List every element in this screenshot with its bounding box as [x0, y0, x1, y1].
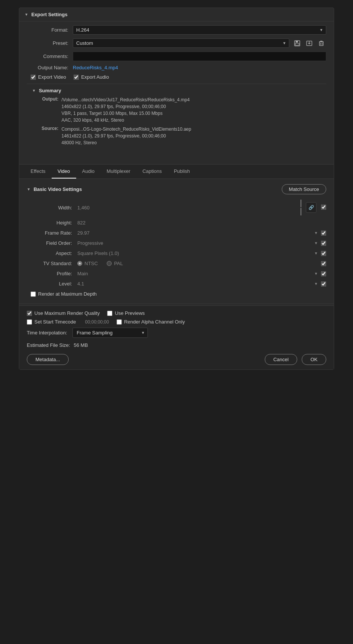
- time-interpolation-select-wrapper[interactable]: Frame Sampling Frame Blending Optical Fl…: [72, 328, 148, 338]
- tab-publish[interactable]: Publish: [168, 165, 196, 179]
- summary-output-row: Output: /Volume...otech/Video/Jul17_Redu…: [32, 96, 321, 124]
- tab-captions[interactable]: Captions: [137, 165, 168, 179]
- format-select[interactable]: H.264: [73, 25, 326, 35]
- field-order-checkbox[interactable]: [321, 241, 326, 246]
- aspect-select[interactable]: Square Pixels (1.0) ▼: [77, 250, 318, 256]
- summary-output-label: Output:: [32, 96, 58, 124]
- field-order-select[interactable]: Progressive ▼: [77, 240, 318, 246]
- export-settings-header[interactable]: ▼ Export Settings: [19, 8, 334, 21]
- tv-standard-row: TV Standard: NTSC PAL: [27, 261, 326, 266]
- field-order-label: Field Order:: [27, 240, 72, 246]
- pal-radio-dot: [107, 261, 112, 266]
- summary-section: ▼ Summary Output: /Volume...otech/Video/…: [27, 84, 326, 152]
- tab-effects[interactable]: Effects: [25, 165, 52, 179]
- width-label: Width:: [27, 205, 72, 211]
- output-name-label: Output Name:: [27, 65, 68, 70]
- aspect-checkbox[interactable]: [321, 251, 326, 256]
- tab-video[interactable]: Video: [52, 165, 76, 179]
- video-settings-section: ▼ Basic Video Settings Match Source Widt…: [19, 179, 334, 302]
- ntsc-radio-dot: [77, 261, 82, 266]
- tab-audio[interactable]: Audio: [76, 165, 101, 179]
- preset-select-wrapper[interactable]: Custom ▼: [73, 38, 289, 48]
- render-alpha-channel-only-label[interactable]: Render Alpha Channel Only: [117, 319, 185, 325]
- tv-standard-checkbox[interactable]: [321, 261, 326, 266]
- pal-radio[interactable]: PAL: [107, 261, 123, 266]
- summary-source-value: Composi...OS-Logo-Sinotech_ReduceRisks_V…: [61, 126, 191, 146]
- level-select[interactable]: 4.1 ▼: [77, 281, 318, 287]
- set-start-timecode-label[interactable]: Set Start Timecode: [27, 319, 76, 325]
- comments-label: Comments:: [27, 53, 68, 59]
- footer-buttons: Metadata... Cancel OK: [27, 354, 326, 365]
- field-order-row: Field Order: Progressive ▼: [27, 240, 326, 246]
- summary-source-label: Source:: [32, 126, 58, 146]
- set-start-timecode-checkbox[interactable]: [27, 319, 32, 325]
- metadata-button[interactable]: Metadata...: [27, 354, 69, 365]
- tv-radio-group: NTSC PAL: [77, 261, 318, 266]
- render-max-depth-checkbox[interactable]: [31, 291, 36, 297]
- export-checkboxes-row: Export Video Export Audio: [27, 74, 326, 80]
- match-source-button[interactable]: Match Source: [282, 184, 326, 194]
- tv-standard-label: TV Standard:: [27, 261, 72, 266]
- bottom-row-2: Set Start Timecode 00;00;00;00 Render Al…: [27, 319, 326, 325]
- bottom-bar: Use Maximum Render Quality Use Previews …: [19, 305, 334, 369]
- preset-row: Preset: Custom ▼: [27, 38, 326, 48]
- preset-select[interactable]: Custom: [73, 38, 289, 48]
- level-arrow: ▼: [314, 282, 318, 286]
- summary-header[interactable]: ▼ Summary: [32, 88, 321, 93]
- export-video-checkbox-label[interactable]: Export Video: [31, 74, 66, 80]
- frame-rate-select[interactable]: 29.97 ▼: [77, 230, 318, 236]
- use-max-render-quality-label[interactable]: Use Maximum Render Quality: [27, 310, 100, 316]
- profile-label: Profile:: [27, 271, 72, 276]
- export-audio-checkbox-label[interactable]: Export Audio: [74, 74, 109, 80]
- frame-rate-checkbox[interactable]: [321, 230, 326, 236]
- time-interpolation-select[interactable]: Frame Sampling Frame Blending Optical Fl…: [72, 328, 148, 338]
- preset-icons: [292, 39, 326, 47]
- output-name-link[interactable]: ReduceRisks_4.mp4: [73, 65, 118, 70]
- svg-rect-2: [295, 43, 299, 45]
- use-previews-checkbox[interactable]: [107, 311, 112, 316]
- aspect-value: Square Pixels (1.0): [77, 250, 313, 256]
- aspect-arrow: ▼: [314, 251, 318, 255]
- svg-rect-5: [319, 42, 323, 46]
- field-order-arrow: ▼: [314, 241, 318, 245]
- profile-row: Profile: Main ▼: [27, 271, 326, 276]
- level-row: Level: 4.1 ▼: [27, 281, 326, 287]
- delete-preset-button[interactable]: [316, 39, 326, 47]
- link-dimensions-icon[interactable]: 🔗: [306, 202, 316, 213]
- render-alpha-channel-only-checkbox[interactable]: [117, 319, 122, 325]
- svg-rect-1: [296, 41, 298, 43]
- width-checkbox[interactable]: [321, 204, 326, 210]
- export-video-checkbox[interactable]: [31, 75, 36, 80]
- render-alpha-channel-only-text: Render Alpha Channel Only: [124, 319, 185, 325]
- level-value: 4.1: [77, 281, 313, 287]
- ok-button[interactable]: OK: [302, 354, 326, 365]
- chevron-icon: ▼: [25, 12, 28, 17]
- import-preset-button[interactable]: [304, 39, 314, 47]
- save-preset-button[interactable]: [292, 39, 302, 47]
- bvs-title: Basic Video Settings: [34, 186, 82, 192]
- frame-rate-label: Frame Rate:: [27, 230, 72, 236]
- profile-checkbox[interactable]: [321, 271, 326, 276]
- comments-input[interactable]: [73, 52, 326, 61]
- height-label: Height:: [27, 220, 72, 226]
- use-previews-label[interactable]: Use Previews: [107, 310, 144, 316]
- format-select-wrapper[interactable]: H.264 ▼: [73, 25, 326, 35]
- use-max-render-quality-checkbox[interactable]: [27, 311, 32, 316]
- cancel-button[interactable]: Cancel: [265, 354, 297, 365]
- level-checkbox[interactable]: [321, 281, 326, 287]
- summary-title: Summary: [39, 88, 61, 93]
- output-name-row: Output Name: ReduceRisks_4.mp4: [27, 65, 326, 70]
- profile-select[interactable]: Main ▼: [77, 271, 318, 276]
- ntsc-radio[interactable]: NTSC: [77, 261, 98, 266]
- tab-multiplexer[interactable]: Multiplexer: [101, 165, 137, 179]
- summary-source-row: Source: Composi...OS-Logo-Sinotech_Reduc…: [32, 126, 321, 146]
- export-audio-checkbox[interactable]: [74, 75, 79, 80]
- profile-arrow: ▼: [314, 272, 318, 276]
- profile-value: Main: [77, 271, 313, 276]
- set-start-timecode-text: Set Start Timecode: [34, 319, 76, 325]
- bvs-header: ▼ Basic Video Settings Match Source: [27, 184, 326, 194]
- height-value: 822: [77, 220, 326, 226]
- export-audio-label: Export Audio: [81, 74, 109, 80]
- render-max-depth-label: Render at Maximum Depth: [38, 291, 97, 297]
- frame-rate-value: 29.97: [77, 230, 313, 236]
